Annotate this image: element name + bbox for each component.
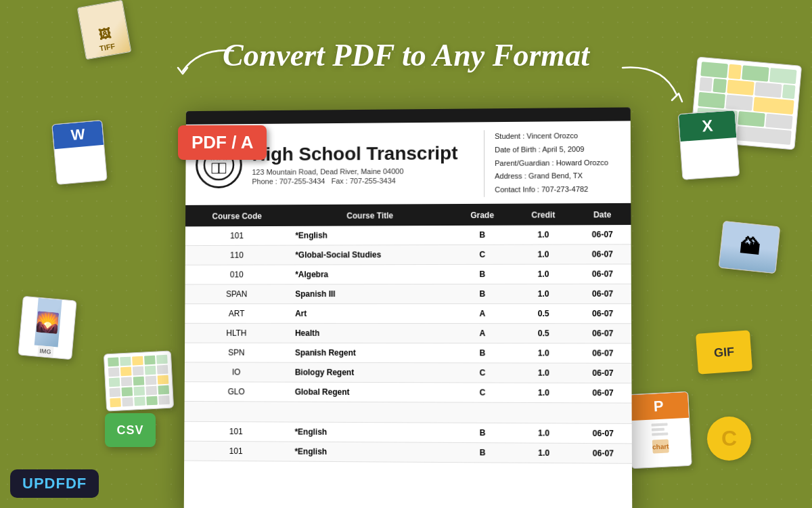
cell-date: 06-07 (574, 245, 631, 264)
table-row: 110 *Global-Social Studies C 1.0 06-07 (185, 245, 631, 266)
svg-rect-4 (219, 164, 225, 173)
cell-credit: 1.0 (513, 423, 574, 444)
table-row: ART Art A 0.5 06-07 (185, 303, 631, 323)
doc-address: 123 Mountain Road, Dead River, Maine 040… (252, 167, 474, 176)
student-name: Student : Vincent Orozco (495, 129, 621, 144)
col-header-title: Course Title (289, 205, 452, 226)
hero-title: Convert PDF to Any Format (223, 37, 589, 73)
cell-credit: 0.5 (513, 324, 574, 343)
cell-grade: B (452, 284, 513, 303)
cell-title: Health (288, 323, 452, 343)
cell-title: Spanish Regent (288, 343, 452, 362)
cell-grade: A (452, 324, 513, 343)
cell-credit: 1.0 (513, 443, 574, 463)
cell-date: 06-07 (574, 423, 632, 444)
cell-title: *Global-Social Studies (288, 245, 451, 264)
table-row: SPN Spanish Regent B 1.0 06-07 (185, 343, 631, 363)
cell-title: *English (288, 442, 451, 463)
cell-credit: 1.0 (513, 245, 574, 264)
cell-title: Art (288, 303, 452, 323)
cell-grade: B (452, 423, 513, 443)
cell-date: 06-07 (574, 225, 631, 245)
table-row: 101 *English B 1.0 06-07 (184, 421, 632, 444)
gif-file-icon: GIF (697, 332, 751, 376)
cell-credit: 1.0 (513, 343, 574, 363)
cell-title: *Algebra (288, 264, 452, 284)
col-header-credit: Credit (513, 205, 574, 225)
cell-grade: B (452, 442, 513, 463)
cell-credit: 1.0 (513, 284, 574, 303)
transcript-table: Course Code Course Title Grade Credit Da… (184, 205, 632, 464)
cell-code: 101 (184, 441, 288, 461)
doc-title-area: High School Transcript 123 Mountain Road… (252, 143, 474, 186)
col-header-code: Course Code (185, 206, 289, 226)
cell-credit: 1.0 (513, 363, 574, 383)
cell-grade: B (452, 264, 513, 284)
cell-grade: C (452, 383, 513, 403)
table-separator-row (184, 401, 631, 423)
student-guardian: Parent/Guardian : Howard Orozco (495, 156, 621, 170)
cell-date: 06-07 (574, 363, 632, 383)
tiff-file-icon: 🖼 TIFF (81, 3, 129, 58)
table-header-row: Course Code Course Title Grade Credit Da… (185, 205, 631, 227)
cell-code: ART (185, 304, 288, 324)
updf-logo: UPDFDF (10, 469, 99, 498)
cell-code: SPN (185, 343, 288, 362)
ppt-c-icon: P chart C (629, 373, 738, 467)
image-file-icon: 🌄 IMG (20, 298, 74, 359)
cell-code: SPAN (185, 284, 288, 304)
table-row: HLTH Health A 0.5 06-07 (185, 323, 631, 343)
doc-phone: Phone : 707-255-3434 Fax : 707-255-3434 (252, 176, 474, 186)
cell-credit: 0.5 (513, 303, 574, 323)
cell-code: HLTH (185, 323, 288, 343)
cell-grade: B (452, 226, 513, 245)
cell-code: IO (185, 362, 288, 382)
cell-date: 06-07 (574, 343, 632, 363)
cell-code: 010 (185, 265, 289, 284)
student-address: Address : Grand Bend, TX (495, 169, 621, 184)
cell-credit: 1.0 (513, 225, 574, 245)
table-row: 010 *Algebra B 1.0 06-07 (185, 264, 631, 284)
document-container: ★★★ High School Transcript 123 Mountain … (184, 107, 633, 508)
cell-date: 06-07 (574, 264, 631, 284)
col-header-date: Date (574, 205, 631, 225)
cell-title: Spanish III (288, 284, 452, 303)
cell-title: *English (288, 226, 451, 245)
cell-date: 06-07 (574, 443, 632, 463)
cell-date: 06-07 (574, 303, 631, 323)
table-row: SPAN Spanish III B 1.0 06-07 (185, 284, 631, 303)
cell-date: 06-07 (574, 324, 632, 343)
cell-date: 06-07 (574, 284, 631, 303)
cell-credit: 1.0 (513, 383, 574, 403)
cell-grade: B (452, 343, 513, 363)
table-row: 101 *English B 1.0 06-07 (185, 225, 631, 246)
cell-code: 101 (184, 421, 288, 442)
cell-grade: C (452, 245, 513, 264)
cell-title: *English (288, 422, 452, 442)
cell-grade: C (452, 363, 513, 383)
spreadsheet-file-icon (105, 352, 173, 413)
csv-file-icon: CSV (105, 413, 156, 447)
cell-grade: A (452, 303, 513, 323)
excel-file-icon: X (680, 112, 738, 179)
cell-code: 110 (185, 245, 289, 265)
table-row: GLO Global Regent C 1.0 06-07 (185, 382, 632, 403)
table-row: 101 *English B 1.0 06-07 (184, 441, 632, 463)
student-contact: Contact Info : 707-273-4782 (495, 183, 621, 197)
svg-rect-3 (212, 164, 219, 173)
pdf-badge: PDF / A (178, 125, 267, 160)
cell-date: 06-07 (574, 383, 632, 403)
cell-code: 101 (185, 226, 289, 246)
photo-file-icon: 🏔 (721, 224, 778, 271)
col-header-grade: Grade (452, 205, 513, 226)
word-file-icon: W (54, 122, 105, 183)
cell-code: GLO (185, 382, 288, 402)
cell-title: Biology Regent (288, 362, 452, 383)
student-info: Student : Vincent Orozco Date of Birth :… (484, 129, 621, 197)
cell-credit: 1.0 (513, 264, 574, 284)
arrow-right-icon (609, 54, 690, 108)
cell-title: Global Regent (288, 382, 452, 402)
student-dob: Date of Birth : April 5, 2009 (495, 142, 621, 156)
doc-title: High School Transcript (252, 143, 474, 165)
table-row: IO Biology Regent C 1.0 06-07 (185, 362, 632, 383)
